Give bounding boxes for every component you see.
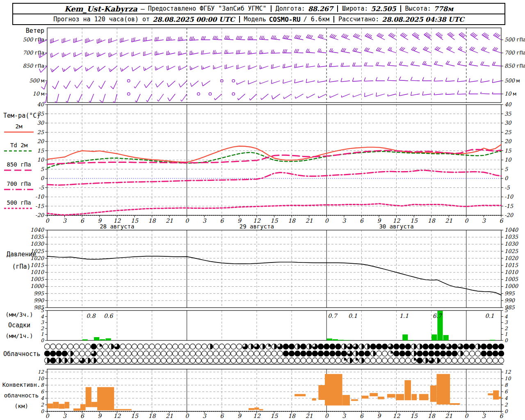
- wind-barb-icon: [189, 37, 199, 41]
- conv-tick-label: 2: [41, 402, 44, 408]
- cloud-cover-icon: [225, 344, 230, 349]
- cloud-cover-icon: [225, 351, 230, 356]
- calm-wind-icon: [209, 93, 211, 95]
- cloud-cover-icon: [132, 351, 137, 356]
- hour-label: 18: [288, 217, 296, 224]
- wind-barb-icon: [55, 94, 59, 103]
- cloud-cover-icon: [359, 351, 364, 356]
- cloud-cover-icon: [56, 351, 62, 356]
- cloud-cover-icon: [469, 358, 475, 363]
- cloud-cover-wedge: [461, 351, 463, 356]
- wind-level-label: 10 м: [32, 91, 44, 97]
- altitude-label: Высота:: [405, 5, 431, 12]
- cloud-cover-icon: [417, 351, 422, 356]
- wind-barb-icon: [457, 91, 466, 94]
- cloud-cover-icon: [469, 351, 475, 356]
- cloud-cover-icon: [446, 358, 452, 363]
- cloud-cover-icon: [161, 351, 166, 356]
- bottom-hour-label: 18: [148, 413, 156, 419]
- wind-barb-icon: [493, 79, 502, 82]
- cloud-cover-wedge: [437, 358, 440, 363]
- wind-barb-icon: [97, 66, 105, 71]
- cloud-cover-icon: [242, 351, 248, 356]
- convective-cloud-bar: [254, 407, 259, 410]
- cloud-cover-icon: [202, 344, 207, 349]
- wind-barb-icon: [469, 61, 478, 66]
- cloud-cover-icon: [109, 358, 114, 363]
- temp-tick-label: 25: [504, 129, 511, 135]
- wind-barb-icon: [248, 36, 257, 40]
- wind-barb-icon: [492, 92, 501, 94]
- cloud-cover-icon: [336, 351, 341, 356]
- cloud-cover-icon: [80, 344, 85, 349]
- wind-level-num: 500: [504, 78, 516, 84]
- cloud-cover-icon: [137, 358, 143, 363]
- header-divider: [337, 5, 338, 12]
- cloud-cover-icon: [97, 351, 102, 356]
- cloud-cover-icon: [440, 344, 445, 349]
- convective-cloud-bar: [91, 402, 97, 407]
- cloud-cover-icon: [399, 358, 405, 363]
- cloud-cover-icon: [248, 351, 253, 356]
- hour-label: 0: [464, 217, 468, 224]
- precip-sum-label: 0.8: [86, 313, 96, 319]
- cloud-cover-icon: [463, 358, 469, 363]
- pressure-panel: 1040104010351035103010301025102510201020…: [7, 227, 519, 310]
- header-divider: [333, 16, 334, 23]
- wind-barb-icon: [412, 33, 420, 40]
- wind-level-label: 700 гПа: [504, 50, 525, 56]
- temp-tick-label: 20: [37, 138, 44, 144]
- cloud-cover-icon: [190, 358, 195, 363]
- cloud-cover-icon: [493, 358, 498, 363]
- pressure-panel-title: (гПа): [12, 263, 30, 270]
- pressure-tick-label: 1010: [30, 269, 45, 275]
- cloud-cover-icon: [301, 351, 306, 356]
- temp-tick-label: 10: [504, 157, 512, 163]
- conv-tick-label: 12: [38, 369, 45, 375]
- cloud-cover-icon: [184, 344, 189, 349]
- calm-wind-icon: [127, 80, 130, 82]
- conv-tick-label: 10: [38, 376, 45, 381]
- bottom-hour-label: 0: [46, 413, 50, 419]
- pressure-tick-label: 1040: [504, 227, 519, 233]
- cloud-cover-icon: [68, 344, 73, 349]
- wind-barb-icon: [248, 50, 257, 55]
- temp-tick-label: 25: [37, 129, 44, 135]
- cloud-cover-icon: [394, 351, 399, 356]
- pressure-tick-label: 990: [504, 297, 516, 304]
- cloud-cover-icon: [446, 351, 452, 356]
- pressure-tick-label: 995: [504, 290, 515, 297]
- cloud-cover-icon: [103, 351, 108, 356]
- wind-panel: Ветер500 гПа500 гПа700 гПа700 гПа850 гПа…: [23, 27, 525, 103]
- wind-barb-icon: [481, 92, 490, 94]
- precip-bar: [338, 340, 344, 340]
- cloud-cover-wedge: [88, 358, 91, 363]
- wind-level-unit: м: [513, 91, 516, 97]
- cloud-cover-icon: [231, 344, 236, 349]
- cloud-cover-icon: [254, 358, 259, 363]
- cloud-cover-icon: [394, 358, 399, 363]
- convective-cloud-bar: [59, 404, 64, 409]
- cloud-cover-icon: [493, 344, 498, 349]
- temp-series-4: [47, 204, 501, 215]
- wind-barb-icon: [144, 66, 152, 71]
- legend-item-label: 2м: [16, 123, 23, 130]
- convective-cloud-bar: [378, 397, 384, 399]
- wind-barb-icon: [272, 80, 280, 84]
- cloud-panel: Облачность: [3, 344, 504, 364]
- wind-barb-icon: [446, 93, 455, 95]
- wind-barb-icon: [146, 94, 152, 102]
- wind-barb-icon: [376, 93, 385, 97]
- wind-barb-icon: [202, 66, 210, 70]
- wind-barb-icon: [364, 48, 373, 53]
- temp-tick-label: 30: [37, 120, 44, 126]
- pressure-tick-label: 990: [34, 297, 45, 304]
- wind-barb-icon: [158, 94, 164, 101]
- wind-barb-icon: [190, 81, 199, 87]
- cloud-cover-icon: [248, 358, 253, 363]
- pressure-tick-label: 1030: [504, 241, 519, 247]
- cloud-cover-icon: [44, 351, 50, 356]
- cloud-cover-icon: [440, 351, 445, 356]
- temp-tick-label: -15: [35, 203, 44, 209]
- pressure-tick-label: 1015: [30, 262, 44, 268]
